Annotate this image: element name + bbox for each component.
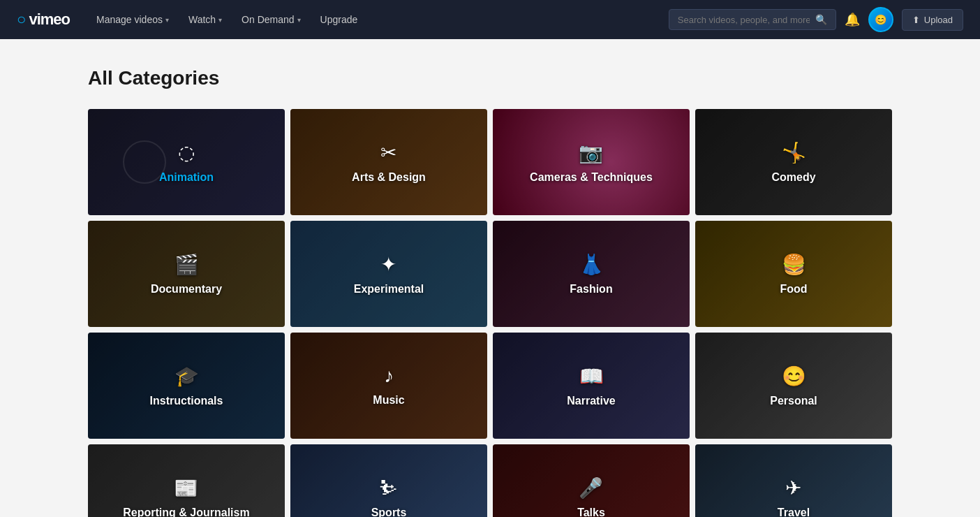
card-content-instructionals: 🎓Instructionals <box>150 365 223 407</box>
nav-upgrade[interactable]: Upgrade <box>311 0 368 39</box>
category-card-arts[interactable]: ✂Arts & Design <box>290 109 487 215</box>
category-card-experimental[interactable]: ✦Experimental <box>290 221 487 327</box>
category-grid: ◌Animation✂Arts & Design📷Cameras & Techn… <box>88 109 892 517</box>
main-content: All Categories ◌Animation✂Arts & Design📷… <box>71 39 909 517</box>
card-content-travel: ✈Travel <box>778 476 810 518</box>
category-card-personal[interactable]: 😊Personal <box>695 333 892 439</box>
card-content-music: ♪Music <box>373 365 404 407</box>
personal-label: Personal <box>770 395 817 407</box>
narrative-label: Narrative <box>567 395 615 407</box>
travel-label: Travel <box>778 507 810 518</box>
music-label: Music <box>373 394 404 407</box>
talks-label: Talks <box>577 507 605 518</box>
category-card-fashion[interactable]: 👗Fashion <box>493 221 690 327</box>
category-card-reporting[interactable]: 📰Reporting & Journalism <box>88 444 285 517</box>
documentary-label: Documentary <box>151 283 222 296</box>
card-content-talks: 🎤Talks <box>577 476 605 518</box>
category-card-music[interactable]: ♪Music <box>290 333 487 439</box>
personal-icon: 😊 <box>782 365 806 388</box>
instructionals-icon: 🎓 <box>175 365 199 388</box>
arts-icon: ✂ <box>380 141 396 164</box>
user-avatar[interactable]: 😊 <box>868 7 893 32</box>
category-card-documentary[interactable]: 🎬Documentary <box>88 221 285 327</box>
category-card-sports[interactable]: ⛷Sports <box>290 444 487 517</box>
search-icon: 🔍 <box>815 14 827 25</box>
sports-label: Sports <box>371 507 407 518</box>
experimental-label: Experimental <box>354 283 424 296</box>
card-content-narrative: 📖Narrative <box>567 365 615 407</box>
experimental-icon: ✦ <box>380 253 396 276</box>
cameras-icon: 📷 <box>579 141 603 164</box>
upload-button[interactable]: ⬆ Upload <box>902 9 963 31</box>
category-card-cameras[interactable]: 📷Cameras & Techniques <box>493 109 690 215</box>
documentary-icon: 🎬 <box>175 253 199 276</box>
card-content-documentary: 🎬Documentary <box>151 253 222 296</box>
card-content-comedy: 🤸Comedy <box>771 141 815 184</box>
fashion-icon: 👗 <box>579 253 604 276</box>
notification-bell[interactable]: 🔔 <box>845 12 860 27</box>
narrative-icon: 📖 <box>579 365 604 388</box>
talks-icon: 🎤 <box>579 476 603 500</box>
sports-icon: ⛷ <box>379 476 399 500</box>
card-content-personal: 😊Personal <box>770 365 817 407</box>
manage-videos-chevron: ▾ <box>165 16 169 24</box>
travel-icon: ✈ <box>785 476 801 500</box>
category-card-comedy[interactable]: 🤸Comedy <box>695 109 892 215</box>
food-icon: 🍔 <box>782 253 806 276</box>
category-card-animation[interactable]: ◌Animation <box>88 109 285 215</box>
card-content-fashion: 👗Fashion <box>570 253 612 296</box>
on-demand-chevron: ▾ <box>297 16 301 24</box>
card-content-cameras: 📷Cameras & Techniques <box>530 141 653 184</box>
upload-icon: ⬆ <box>912 15 920 25</box>
card-content-reporting: 📰Reporting & Journalism <box>123 476 249 518</box>
music-icon: ♪ <box>384 365 394 387</box>
category-card-talks[interactable]: 🎤Talks <box>493 444 690 517</box>
food-label: Food <box>780 283 807 296</box>
card-content-arts: ✂Arts & Design <box>352 141 426 184</box>
arts-label: Arts & Design <box>352 171 426 184</box>
search-bar: 🔍 <box>669 9 836 30</box>
reporting-icon: 📰 <box>174 476 198 500</box>
card-content-sports: ⛷Sports <box>371 476 407 518</box>
category-card-food[interactable]: 🍔Food <box>695 221 892 327</box>
comedy-icon: 🤸 <box>782 141 806 164</box>
animation-icon: ◌ <box>178 141 195 164</box>
instructionals-label: Instructionals <box>150 395 223 407</box>
page-title: All Categories <box>88 67 892 89</box>
fashion-label: Fashion <box>570 283 612 296</box>
category-card-narrative[interactable]: 📖Narrative <box>493 333 690 439</box>
reporting-label: Reporting & Journalism <box>123 507 249 518</box>
logo[interactable]: ○ vimeo <box>17 10 70 29</box>
nav-manage-videos[interactable]: Manage videos ▾ <box>87 0 179 39</box>
comedy-label: Comedy <box>771 171 815 184</box>
cameras-label: Cameras & Techniques <box>530 171 653 184</box>
nav-on-demand[interactable]: On Demand ▾ <box>232 0 310 39</box>
nav-watch[interactable]: Watch ▾ <box>179 0 232 39</box>
card-content-food: 🍔Food <box>780 253 807 296</box>
card-content-animation: ◌Animation <box>159 141 214 184</box>
animation-label: Animation <box>159 171 214 184</box>
category-card-travel[interactable]: ✈Travel <box>695 444 892 517</box>
watch-chevron: ▾ <box>218 16 222 24</box>
category-card-instructionals[interactable]: 🎓Instructionals <box>88 333 285 439</box>
card-content-experimental: ✦Experimental <box>354 253 424 296</box>
search-input[interactable] <box>678 15 810 25</box>
navbar: ○ vimeo Manage videos ▾ Watch ▾ On Deman… <box>0 0 980 39</box>
